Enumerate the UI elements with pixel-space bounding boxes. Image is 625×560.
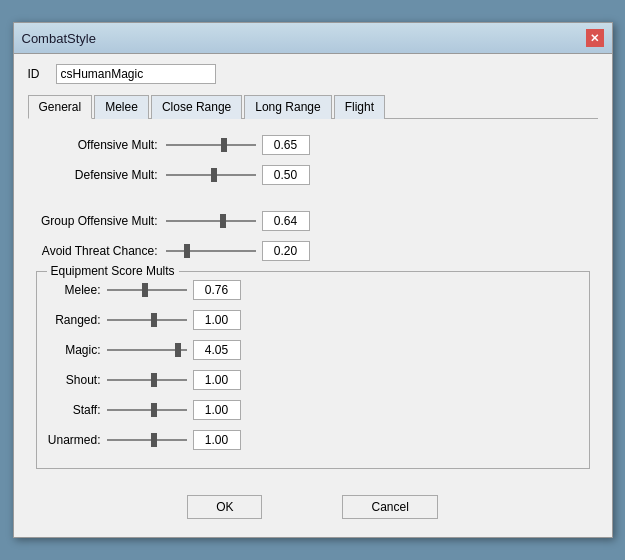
equip-melee-label: Melee: (47, 283, 107, 297)
slider-thumb[interactable] (175, 343, 181, 357)
tabs-container: General Melee Close Range Long Range Fli… (28, 94, 598, 119)
avoid-threat-chance-row: Avoid Threat Chance: (36, 241, 590, 261)
equip-staff-value[interactable] (193, 400, 241, 420)
equip-magic-slider[interactable] (107, 343, 187, 357)
offensive-mult-label: Offensive Mult: (36, 138, 166, 152)
group-offensive-mult-slider[interactable] (166, 214, 256, 228)
tab-general[interactable]: General (28, 95, 93, 119)
title-bar: CombatStyle ✕ (14, 23, 612, 54)
slider-thumb[interactable] (142, 283, 148, 297)
defensive-mult-row: Defensive Mult: (36, 165, 590, 185)
slider-thumb[interactable] (151, 403, 157, 417)
equip-shout-value[interactable] (193, 370, 241, 390)
tab-long-range[interactable]: Long Range (244, 95, 331, 119)
equip-unarmed-value[interactable] (193, 430, 241, 450)
slider-thumb[interactable] (221, 138, 227, 152)
close-button[interactable]: ✕ (586, 29, 604, 47)
equip-magic-value[interactable] (193, 340, 241, 360)
dialog-body: ID General Melee Close Range Long Range … (14, 54, 612, 537)
avoid-threat-chance-value[interactable] (262, 241, 310, 261)
general-tab-content: Offensive Mult: Defensive Mult: Gro (28, 131, 598, 481)
defensive-mult-value[interactable] (262, 165, 310, 185)
equip-magic-row: Magic: (47, 340, 579, 360)
group-offensive-mult-label: Group Offensive Mult: (36, 214, 166, 228)
slider-line (107, 439, 187, 441)
slider-thumb[interactable] (184, 244, 190, 258)
equipment-score-legend: Equipment Score Mults (47, 264, 179, 278)
equip-magic-label: Magic: (47, 343, 107, 357)
slider-line (107, 409, 187, 411)
slider-thumb[interactable] (220, 214, 226, 228)
slider-thumb[interactable] (151, 433, 157, 447)
equip-staff-slider[interactable] (107, 403, 187, 417)
slider-line (166, 144, 256, 146)
equip-melee-value[interactable] (193, 280, 241, 300)
offensive-mult-row: Offensive Mult: (36, 135, 590, 155)
equip-unarmed-slider[interactable] (107, 433, 187, 447)
group-offensive-mult-value[interactable] (262, 211, 310, 231)
id-input[interactable] (56, 64, 216, 84)
equip-ranged-value[interactable] (193, 310, 241, 330)
id-label: ID (28, 67, 48, 81)
equip-shout-slider[interactable] (107, 373, 187, 387)
combat-style-dialog: CombatStyle ✕ ID General Melee Close Ran… (13, 22, 613, 538)
slider-thumb[interactable] (151, 373, 157, 387)
equip-melee-row: Melee: (47, 280, 579, 300)
group-offensive-mult-row: Group Offensive Mult: (36, 211, 590, 231)
equip-ranged-label: Ranged: (47, 313, 107, 327)
equipment-items: Melee: Ranged: Magic: Shout: (47, 280, 579, 450)
slider-line (107, 379, 187, 381)
tab-melee[interactable]: Melee (94, 95, 149, 119)
tab-close-range[interactable]: Close Range (151, 95, 242, 119)
equip-shout-label: Shout: (47, 373, 107, 387)
slider-line (166, 250, 256, 252)
ok-button[interactable]: OK (187, 495, 262, 519)
equip-ranged-slider[interactable] (107, 313, 187, 327)
button-row: OK Cancel (28, 495, 598, 525)
slider-line (166, 220, 256, 222)
avoid-threat-chance-label: Avoid Threat Chance: (36, 244, 166, 258)
slider-thumb[interactable] (151, 313, 157, 327)
offensive-mult-slider[interactable] (166, 138, 256, 152)
equip-ranged-row: Ranged: (47, 310, 579, 330)
equip-staff-row: Staff: (47, 400, 579, 420)
equip-unarmed-row: Unarmed: (47, 430, 579, 450)
equip-staff-label: Staff: (47, 403, 107, 417)
equip-unarmed-label: Unarmed: (47, 433, 107, 447)
equip-shout-row: Shout: (47, 370, 579, 390)
slider-line (107, 319, 187, 321)
tab-flight[interactable]: Flight (334, 95, 385, 119)
cancel-button[interactable]: Cancel (342, 495, 437, 519)
defensive-mult-slider[interactable] (166, 168, 256, 182)
defensive-mult-label: Defensive Mult: (36, 168, 166, 182)
dialog-title: CombatStyle (22, 31, 96, 46)
equip-melee-slider[interactable] (107, 283, 187, 297)
id-row: ID (28, 64, 598, 84)
offensive-mult-value[interactable] (262, 135, 310, 155)
slider-thumb[interactable] (211, 168, 217, 182)
avoid-threat-chance-slider[interactable] (166, 244, 256, 258)
equipment-score-box: Equipment Score Mults Melee: Ranged: Mag… (36, 271, 590, 469)
